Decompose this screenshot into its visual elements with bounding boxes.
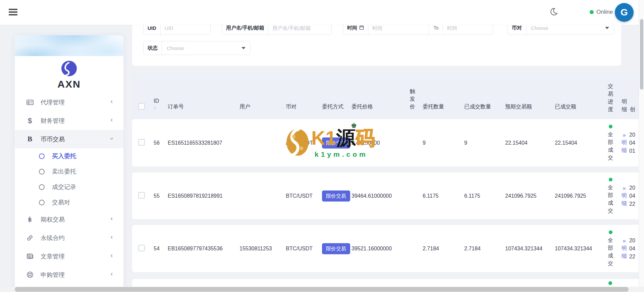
vertical-scrollbar[interactable]	[639, 0, 644, 292]
sidebar-item-label: 文章管理	[41, 252, 65, 260]
dollar-icon: $	[26, 117, 34, 125]
pair-select-value: Choose	[531, 25, 548, 31]
online-dot-icon	[590, 10, 594, 14]
detail-text: 明细	[621, 244, 627, 260]
progress-text: 全部成交	[607, 183, 614, 214]
topbar: Online G	[0, 0, 644, 25]
progress-dot-icon	[609, 178, 612, 181]
cell-expected: 241096.7925	[505, 193, 536, 199]
header-filled-qty: 已成交数量	[464, 103, 491, 110]
cell-created: 20 04 22	[629, 184, 635, 208]
header-amount: 委托数量	[423, 103, 444, 110]
radio-circle-icon	[39, 184, 45, 190]
progress-dot-icon	[608, 281, 612, 285]
sidebar-item-finance-management[interactable]: $ 财务管理	[15, 111, 123, 130]
id-card-icon	[26, 99, 34, 106]
cell-order-no: EB1650897797435536	[168, 246, 223, 252]
vertical-scrollbar-thumb[interactable]	[640, 19, 643, 90]
calendar-icon	[359, 25, 364, 31]
filter-status: 状态 Choose	[143, 41, 251, 55]
cell-amount: 6.1175	[423, 193, 439, 199]
sidebar-item-agent-management[interactable]: 代理管理	[15, 93, 123, 111]
bold-b-icon: B	[26, 136, 34, 143]
cell-filled-amt: 22.15404	[555, 140, 577, 146]
progress-text: 全部成交	[607, 236, 614, 267]
chevron-down-icon	[109, 136, 114, 142]
app-viewport: UID 用户名/手机/邮箱 时间 To 币对 Choose	[0, 0, 644, 292]
detail-text: 明细	[621, 139, 627, 154]
status-label: 状态	[144, 41, 162, 55]
row-checkbox[interactable]	[138, 139, 145, 146]
detail-link[interactable]: » 明细	[621, 185, 628, 207]
created-line: 01	[629, 147, 635, 155]
table-header: ID ↑ 订单号 用户 币对 委托方式 委托价格 触发价 委托数量 已成交数量 …	[132, 72, 639, 119]
cell-filled-amt: 107434.321344	[555, 246, 592, 252]
sidebar-item-buy-orders[interactable]: 买入委托	[15, 148, 123, 164]
cell-price: 39521.16000000	[352, 246, 392, 252]
chevron-left-icon	[109, 272, 114, 278]
select-all-checkbox[interactable]	[138, 103, 145, 110]
sidebar-item-label: 币币交易	[41, 135, 65, 143]
double-arrow-icon: »	[621, 132, 628, 139]
row-checkbox[interactable]	[138, 245, 145, 251]
cell-id: 55	[154, 193, 160, 199]
watermark-title: K1源码 ♚	[311, 128, 375, 148]
sidebar-item-label: 期权交易	[41, 215, 65, 224]
brand-logo-icon	[61, 61, 77, 76]
online-status: Online	[590, 9, 613, 15]
horizontal-scrollbar[interactable]	[0, 287, 644, 292]
sidebar-item-trade-records[interactable]: 成交记录	[15, 179, 123, 195]
avatar[interactable]: G	[615, 3, 634, 22]
status-select[interactable]: Choose	[162, 41, 250, 55]
cell-user: 15530811253	[239, 246, 272, 252]
detail-link[interactable]: » 明细	[621, 132, 628, 154]
created-line: 20	[629, 184, 635, 192]
chevron-left-icon	[109, 118, 114, 124]
menu-toggle-button[interactable]	[9, 9, 18, 16]
header-expected: 预期交易额	[505, 103, 532, 110]
sidebar-item-article-management[interactable]: 文章管理	[15, 247, 123, 265]
detail-link[interactable]: » 明细	[621, 238, 628, 260]
cell-filled-amt: 241096.7925	[555, 193, 586, 199]
cell-filled-qty: 2.7184	[464, 246, 481, 252]
radio-circle-icon	[39, 153, 45, 159]
header-id[interactable]: ID ↑	[154, 98, 159, 110]
double-arrow-icon: »	[621, 238, 628, 244]
sidebar-item-sell-orders[interactable]: 卖出委托	[15, 164, 123, 179]
created-line: 22	[629, 253, 635, 261]
cell-expected: 107434.321344	[505, 246, 542, 252]
created-line: 22	[629, 200, 635, 208]
cell-order-no: ES1651165533281807	[168, 140, 222, 146]
chevron-left-icon	[109, 253, 114, 259]
sidebar-item-label: 成交记录	[52, 183, 76, 191]
sidebar-item-trading-pairs[interactable]: 交易对	[15, 195, 123, 210]
table-row: 55 ES1650897819218991 BTC/USDT 限价交易 3946…	[132, 173, 639, 219]
sidebar-item-options-trading[interactable]: B 期权交易	[15, 210, 123, 229]
chevron-down-icon	[241, 47, 246, 49]
created-line: 20	[629, 131, 635, 139]
sidebar-item-subscription-management[interactable]: 申购管理	[15, 265, 123, 284]
header-price: 委托价格	[352, 103, 373, 110]
radio-circle-icon	[39, 200, 45, 205]
brand-name: AXN	[15, 79, 123, 90]
header-created: 创	[630, 106, 635, 113]
watermark-site: k1ym.com	[315, 150, 375, 158]
watermark: K1源码 ♚ k1ym.com	[286, 128, 375, 158]
sidebar-menu: 代理管理 $ 财务管理 B 币币交易	[15, 93, 123, 292]
cell-price: 39464.61000000	[352, 193, 392, 199]
order-type-badge: 限价交易	[322, 243, 350, 254]
detail-text: 明细	[621, 192, 627, 207]
sort-asc-icon[interactable]: ↑	[154, 105, 156, 110]
table-row: 54 EB1650897797435536 15530811253 BTC/US…	[132, 225, 639, 272]
cell-filled-qty: 6.1175	[464, 193, 480, 199]
cell-order-no: ES1650897819218991	[168, 193, 223, 199]
dark-mode-toggle[interactable]	[549, 7, 558, 16]
watermark-text: K1源码 ♚ k1ym.com	[311, 128, 375, 158]
row-checkbox[interactable]	[138, 192, 145, 199]
cell-id: 54	[154, 246, 160, 252]
sidebar-item-perpetual-contracts[interactable]: 永续合约	[15, 229, 123, 247]
radio-circle-icon	[39, 169, 45, 175]
horizontal-scrollbar-thumb[interactable]	[15, 287, 629, 292]
cell-filled-qty: 9	[464, 140, 467, 146]
sidebar-item-spot-trading[interactable]: B 币币交易	[15, 130, 123, 148]
